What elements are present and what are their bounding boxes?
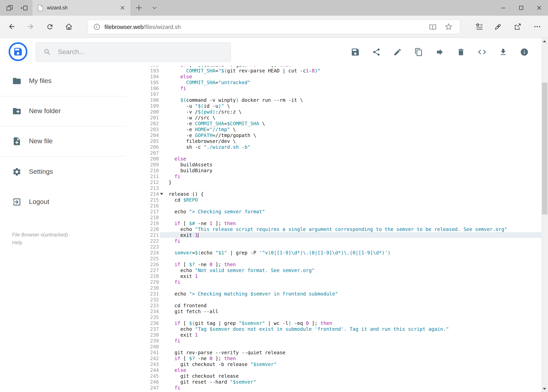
search-input[interactable] bbox=[58, 48, 215, 56]
code-editor[interactable]: 192 if [ "$(command -v git)" != "" ]; th… bbox=[126, 66, 541, 392]
code-line[interactable]: 202 -e COMMIT_SHA=$COMMIT_SHA \ bbox=[126, 120, 541, 126]
search-box[interactable] bbox=[36, 42, 231, 62]
code-line[interactable]: 232 bbox=[126, 297, 541, 302]
code-line[interactable]: 216 bbox=[126, 203, 541, 209]
sidebar-item-new-folder[interactable]: New folder bbox=[0, 96, 126, 126]
share-button[interactable] bbox=[510, 19, 525, 34]
home-button[interactable] bbox=[62, 19, 76, 34]
sidebar-item-settings[interactable]: Settings bbox=[0, 157, 126, 187]
code-line[interactable]: 208 else bbox=[126, 156, 541, 162]
minimize-button[interactable] bbox=[494, 0, 512, 16]
info-button[interactable] bbox=[519, 47, 529, 57]
sidebar-item-my-files[interactable]: My files bbox=[0, 66, 126, 96]
share-file-button[interactable] bbox=[371, 47, 382, 57]
rename-button[interactable] bbox=[392, 47, 403, 57]
code-line[interactable]: 227 echo "Not valid semver format. See s… bbox=[126, 267, 541, 273]
code-line[interactable]: 238 exit 1 bbox=[126, 332, 541, 338]
refresh-button[interactable] bbox=[42, 19, 57, 34]
scroll-up-button[interactable] bbox=[541, 38, 548, 45]
active-tab[interactable]: wizard.sh bbox=[33, 0, 130, 16]
code-line[interactable]: 217 echo "> Checking semver format" bbox=[126, 209, 541, 215]
code-line[interactable]: 200 -v /$(pwd):/src:z \ bbox=[126, 109, 541, 115]
code-line[interactable]: 193 COMMIT_SHA="$(git rev-parse HEAD | c… bbox=[126, 68, 541, 74]
code-line[interactable]: 209 buildAssets bbox=[126, 162, 541, 168]
code-line[interactable]: 225 bbox=[126, 256, 541, 261]
editor-mode-button[interactable] bbox=[477, 47, 487, 57]
code-line[interactable]: 205 filebrowser/dev \ bbox=[126, 138, 541, 144]
scroll-down-button[interactable] bbox=[541, 385, 548, 392]
code-line[interactable]: 197 bbox=[126, 91, 541, 97]
scrollbar-thumb[interactable] bbox=[542, 83, 548, 215]
code-line[interactable]: 219 if [ $# -ne 1 ]; then bbox=[126, 220, 541, 226]
code-line[interactable]: 226 if [ $? -ne 0 ]; then bbox=[126, 261, 541, 267]
code-line[interactable]: 245 git checkout release bbox=[126, 373, 541, 379]
close-window-button[interactable] bbox=[530, 0, 548, 16]
code-line[interactable]: 195 COMMIT_SHA="untracked" bbox=[126, 79, 541, 85]
code-line[interactable]: 210 buildBinary bbox=[126, 168, 541, 173]
code-line[interactable]: 215 cd $REPO bbox=[126, 197, 541, 203]
code-line[interactable]: 204 -e GOPATH=//tmp/gopath \ bbox=[126, 132, 541, 138]
code-line[interactable]: 246 git reset --hard "$semver" bbox=[126, 379, 541, 385]
download-button[interactable] bbox=[498, 47, 508, 57]
vertical-scrollbar[interactable] bbox=[541, 38, 548, 392]
move-button[interactable] bbox=[435, 47, 445, 57]
help-link[interactable]: Help bbox=[12, 239, 68, 247]
code-line[interactable]: 242 if [ $? -ne 0 ]; then bbox=[126, 355, 541, 361]
maximize-button[interactable] bbox=[512, 0, 530, 16]
code-line[interactable]: 236 if [ $(git tag | grep "$semver" | wc… bbox=[126, 320, 541, 326]
code-line[interactable]: 228 exit 1 bbox=[126, 273, 541, 279]
code-line[interactable]: 231 echo "> Checking matching $semver in… bbox=[126, 291, 541, 297]
code-line[interactable]: 196 fi bbox=[126, 85, 541, 91]
code-line[interactable]: 207 bbox=[126, 150, 541, 156]
copy-button[interactable] bbox=[414, 47, 424, 57]
code-line[interactable]: 235 bbox=[126, 314, 541, 320]
sidebar-item-logout[interactable]: Logout bbox=[0, 187, 126, 217]
reading-view-button[interactable] bbox=[425, 20, 440, 34]
new-tab-button[interactable] bbox=[132, 0, 146, 16]
code-line[interactable]: 239 fi bbox=[126, 338, 541, 344]
code-line[interactable]: 222 fi bbox=[126, 238, 541, 244]
tabs-set-aside-button[interactable] bbox=[2, 0, 17, 16]
set-tabs-aside-button[interactable] bbox=[17, 0, 32, 16]
code-line[interactable]: 198 $(command -v winpty) docker run --rm… bbox=[126, 97, 541, 103]
code-line[interactable]: 234 git fetch --all bbox=[126, 308, 541, 314]
code-line[interactable]: 224 semver=$(echo "$1" | grep -P '^v(0|[… bbox=[126, 250, 541, 256]
site-info-icon[interactable] bbox=[94, 23, 100, 30]
code-line[interactable]: 223 bbox=[126, 244, 541, 250]
code-line[interactable]: 220 echo "This release script requires a… bbox=[126, 226, 541, 232]
web-note-button[interactable] bbox=[491, 19, 506, 34]
code-line[interactable]: 212} bbox=[126, 179, 541, 185]
code-line[interactable]: 241 git rev-parse --verify --quiet relea… bbox=[126, 350, 541, 355]
code-line[interactable]: 206 sh -c "./wizard.sh -b" bbox=[126, 144, 541, 150]
tab-close-button[interactable] bbox=[118, 3, 127, 13]
code-line[interactable]: 199 -u "$(id -u)" \ bbox=[126, 103, 541, 109]
code-line[interactable]: 230 bbox=[126, 285, 541, 291]
code-line[interactable]: 237 echo "Tag $semver does not exist in … bbox=[126, 326, 541, 332]
code-line[interactable]: 213 bbox=[126, 185, 541, 191]
code-line[interactable]: 192 if [ "$(command -v git)" != "" ]; th… bbox=[126, 66, 541, 68]
tab-preview-toggle-button[interactable] bbox=[147, 0, 162, 16]
code-line[interactable]: 240 bbox=[126, 344, 541, 350]
code-line[interactable]: 221 exit 1 bbox=[126, 232, 541, 238]
back-button[interactable] bbox=[4, 19, 19, 34]
favorite-star-button[interactable] bbox=[441, 20, 456, 34]
filebrowser-logo[interactable] bbox=[9, 42, 28, 61]
hub-button[interactable] bbox=[472, 19, 487, 34]
code-line[interactable]: 211 fi bbox=[126, 173, 541, 179]
code-line[interactable]: 201 -w //src \ bbox=[126, 115, 541, 120]
code-line[interactable]: 229 fi bbox=[126, 279, 541, 285]
code-line[interactable]: 214release () { bbox=[126, 191, 541, 197]
code-line[interactable]: 218 bbox=[126, 215, 541, 220]
code-line[interactable]: 203 -e HOME="//tmp" \ bbox=[126, 126, 541, 132]
code-line[interactable]: 233 cd frontend bbox=[126, 302, 541, 308]
forward-button[interactable] bbox=[23, 19, 38, 34]
more-options-button[interactable] bbox=[530, 19, 545, 34]
code-line[interactable]: 244 else bbox=[126, 367, 541, 373]
code-line[interactable]: 194 else bbox=[126, 74, 541, 79]
address-bar[interactable]: filebrowser.web/files/wizard.sh bbox=[88, 20, 460, 34]
code-line[interactable]: 247 fi bbox=[126, 385, 541, 391]
save-button[interactable] bbox=[350, 47, 360, 57]
sidebar-item-new-file[interactable]: New file bbox=[0, 126, 126, 157]
fold-marker-icon[interactable] bbox=[160, 193, 163, 195]
delete-button[interactable] bbox=[456, 47, 466, 57]
